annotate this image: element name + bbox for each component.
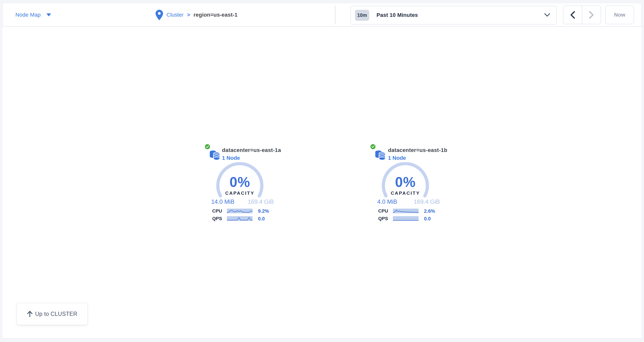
locality-node-count-link[interactable]: 1 Node xyxy=(222,155,240,161)
qps-sparkline xyxy=(393,216,418,221)
header-bar: Node Map Cluster > region=us-east-1 10m … xyxy=(2,3,642,26)
status-healthy-icon xyxy=(370,144,376,150)
locality-database-icon xyxy=(209,149,220,161)
up-to-cluster-button[interactable]: Up to CLUSTER xyxy=(17,303,88,325)
capacity-used: 14.0 MiB xyxy=(211,198,234,205)
qps-value: 0.0 xyxy=(258,216,265,221)
capacity-total: 169.4 GiB xyxy=(248,198,274,205)
cpu-value: 2.6% xyxy=(424,209,435,214)
status-healthy-icon xyxy=(204,144,210,150)
capacity-percent: 0% xyxy=(214,174,266,190)
time-range-select[interactable]: 10m Past 10 Minutes xyxy=(350,6,556,24)
view-dropdown[interactable]: Node Map xyxy=(16,3,51,27)
cpu-label: CPU xyxy=(378,209,388,214)
breadcrumb-separator: > xyxy=(187,12,190,18)
chevron-down-icon xyxy=(544,13,550,17)
caret-down-icon xyxy=(46,13,51,16)
header-divider xyxy=(335,5,336,24)
prev-arrow-icon xyxy=(570,11,575,19)
location-pin-icon xyxy=(156,10,163,20)
locality-node-count-link[interactable]: 1 Node xyxy=(388,155,406,161)
locality-title: datacenter=us-east-1a xyxy=(222,147,281,153)
locality-title: datacenter=us-east-1b xyxy=(388,147,448,153)
qps-label: QPS xyxy=(378,216,388,221)
capacity-used: 4.0 MiB xyxy=(377,198,397,205)
cpu-value: 9.2% xyxy=(258,209,269,214)
qps-label: QPS xyxy=(212,216,222,221)
qps-sparkline xyxy=(227,216,252,221)
up-to-cluster-label: Up to CLUSTER xyxy=(35,311,78,317)
capacity-label: CAPACITY xyxy=(214,191,266,196)
cpu-sparkline xyxy=(227,209,252,213)
cpu-label: CPU xyxy=(212,209,222,214)
next-arrow-icon xyxy=(589,11,594,19)
locality-database-icon xyxy=(375,149,386,161)
capacity-gauge: 0% CAPACITY xyxy=(380,162,431,201)
capacity-gauge: 0% CAPACITY xyxy=(214,162,266,201)
time-range-badge: 10m xyxy=(355,10,369,21)
now-button[interactable]: Now xyxy=(605,5,634,24)
view-dropdown-label: Node Map xyxy=(16,12,40,18)
cpu-sparkline xyxy=(393,209,418,213)
capacity-values: 14.0 MiB 169.4 GiB xyxy=(211,198,274,205)
breadcrumb-current: region=us-east-1 xyxy=(194,12,238,18)
node-map-canvas: datacenter=us-east-1a 1 Node 0% CAPACITY… xyxy=(2,27,642,338)
capacity-total: 169.4 GiB xyxy=(414,198,440,205)
capacity-values: 4.0 MiB 169.4 GiB xyxy=(377,198,440,205)
breadcrumb-cluster-link[interactable]: Cluster xyxy=(166,12,184,18)
breadcrumb: Cluster > region=us-east-1 xyxy=(156,3,238,27)
time-step-buttons xyxy=(563,5,601,24)
qps-value: 0.0 xyxy=(424,216,431,221)
up-arrow-icon xyxy=(27,311,33,317)
capacity-label: CAPACITY xyxy=(380,191,431,196)
prev-time-button[interactable] xyxy=(563,6,582,24)
time-range-label: Past 10 Minutes xyxy=(376,12,418,18)
next-time-button[interactable] xyxy=(582,6,601,24)
capacity-percent: 0% xyxy=(380,174,431,190)
